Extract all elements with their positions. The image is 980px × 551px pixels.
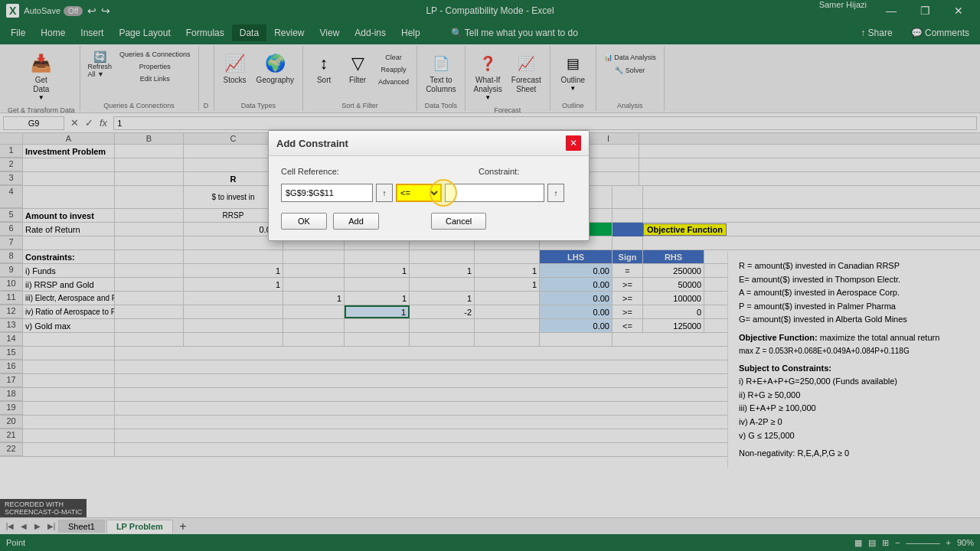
add-btn[interactable]: Add [333, 213, 379, 230]
dialog-body: Cell Reference: Constraint: ↑ <= >= = in… [269, 156, 589, 240]
constraint-value-input[interactable] [445, 184, 544, 202]
dialog-overlay: Add Constraint ✕ Cell Reference: Constra… [0, 0, 980, 551]
dialog-close-btn[interactable]: ✕ [566, 135, 581, 151]
operator-highlight-ring [430, 179, 457, 207]
dialog-buttons: OK Add Cancel [281, 213, 577, 230]
dialog-title-bar: Add Constraint ✕ [269, 131, 589, 156]
dialog-title-text: Add Constraint [276, 138, 348, 149]
add-constraint-dialog: Add Constraint ✕ Cell Reference: Constra… [268, 130, 590, 241]
ok-btn[interactable]: OK [281, 213, 327, 230]
constraint-label-right: Constraint: [479, 167, 547, 176]
cell-ref-input[interactable] [281, 184, 373, 202]
cell-ref-collapse-btn[interactable]: ↑ [376, 184, 393, 202]
constraint-collapse-btn[interactable]: ↑ [547, 184, 564, 202]
cancel-btn[interactable]: Cancel [431, 213, 486, 230]
dialog-refs-row: Cell Reference: Constraint: [281, 167, 577, 176]
dialog-inputs-row: ↑ <= >= = int bin dif ↑ [281, 184, 577, 202]
cell-reference-label: Cell Reference: [281, 167, 350, 176]
operator-container: <= >= = int bin dif [396, 184, 442, 202]
